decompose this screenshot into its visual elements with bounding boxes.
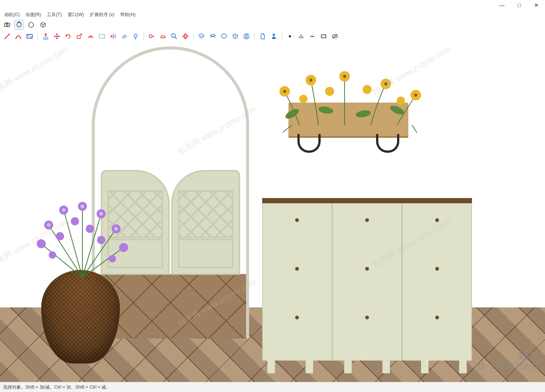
pushpull-tool[interactable]	[41, 31, 51, 41]
cabinet-col-2	[332, 203, 402, 361]
shelf-bracket-right	[376, 134, 399, 153]
svg-line-32	[82, 247, 124, 277]
person-tool[interactable]	[269, 31, 279, 41]
svg-point-42	[71, 217, 79, 225]
mirror-tool[interactable]	[108, 31, 118, 41]
rectangle-tool[interactable]	[25, 31, 34, 41]
gate-panel	[178, 239, 233, 268]
svg-point-60	[325, 87, 334, 96]
svg-point-49	[99, 212, 103, 216]
menu-window[interactable]: 窗口(W)	[65, 11, 87, 19]
svg-line-30	[82, 229, 116, 277]
layers-tool[interactable]	[197, 31, 206, 41]
close-button[interactable]: ✕	[528, 0, 545, 10]
svg-point-51	[284, 107, 300, 121]
protractor-tool[interactable]	[158, 31, 168, 41]
shelf-bracket-left	[297, 134, 321, 153]
viewport[interactable]: 知末网 www.znzmo.com 知末网 www.znzmo.com 知末网 …	[0, 43, 545, 382]
minimize-button[interactable]: —	[493, 0, 511, 10]
paint-tool[interactable]	[131, 31, 140, 41]
cabinet-col-1	[262, 203, 332, 361]
line-tool[interactable]	[2, 31, 12, 41]
svg-point-11	[149, 35, 152, 38]
watermark-corner: 知末 ID: 1179435857	[476, 350, 540, 371]
svg-line-7	[27, 34, 32, 38]
tri-tool[interactable]	[296, 31, 306, 41]
svg-point-65	[309, 79, 312, 82]
gate-right	[171, 170, 240, 275]
menu-tools[interactable]: 工具(T)	[44, 11, 64, 19]
toolbar-separator	[143, 33, 144, 40]
tag-alt-tool[interactable]	[230, 31, 240, 41]
svg-point-66	[343, 75, 346, 78]
camera-icon[interactable]	[2, 20, 12, 30]
eraser-tool[interactable]	[119, 31, 129, 41]
toolbar-separator	[254, 33, 255, 40]
svg-point-44	[49, 251, 56, 259]
toolbar-separator	[282, 33, 282, 40]
select-rect-tool[interactable]	[97, 31, 107, 41]
box-icon[interactable]	[38, 20, 48, 30]
zoom-tool[interactable]	[169, 31, 179, 41]
svg-point-38	[37, 239, 46, 248]
svg-rect-8	[77, 36, 80, 39]
watermark-id-value: 1179435857	[490, 362, 540, 371]
svg-point-14	[172, 34, 175, 37]
yellow-flowers	[270, 69, 427, 133]
svg-point-3	[17, 22, 21, 27]
shape-icon[interactable]	[26, 20, 36, 30]
cabinet-col-3	[402, 203, 472, 361]
svg-rect-2	[6, 22, 7, 24]
svg-line-29	[82, 214, 101, 277]
tape-tool[interactable]	[147, 31, 157, 41]
menubar: 相机(C) 绘图(R) 工具(T) 窗口(W) 扩展程序 (x) 帮助(H)	[0, 10, 545, 19]
svg-point-68	[414, 94, 417, 97]
svg-point-46	[47, 223, 51, 227]
arc-tool[interactable]	[13, 31, 23, 41]
svg-line-31	[41, 244, 82, 277]
maximize-button[interactable]: □	[511, 0, 528, 10]
svg-rect-23	[321, 35, 326, 38]
move-tool[interactable]	[52, 31, 62, 41]
svg-point-63	[397, 97, 405, 105]
scale-tool[interactable]	[75, 31, 84, 41]
orbit-icon[interactable]	[14, 20, 24, 30]
secondary-toolbar	[0, 19, 545, 30]
offset-tool[interactable]	[86, 31, 96, 41]
menu-draw[interactable]: 绘图(R)	[23, 11, 44, 19]
svg-point-20	[273, 34, 275, 36]
rotate-tool[interactable]	[63, 31, 73, 41]
svg-rect-10	[122, 35, 127, 39]
section-tool[interactable]	[208, 31, 218, 41]
main-toolbar	[0, 30, 545, 43]
svg-point-61	[363, 85, 372, 94]
window-controls: — □ ✕	[493, 0, 545, 10]
svg-point-39	[119, 243, 128, 252]
purple-flowers	[26, 195, 139, 277]
gate-lattice	[178, 190, 233, 238]
menu-extensions[interactable]: 扩展程序 (x)	[87, 11, 117, 19]
hidden-tool[interactable]	[330, 31, 340, 41]
menu-help[interactable]: 帮助(H)	[117, 11, 139, 19]
tag-tool[interactable]	[219, 31, 229, 41]
svg-point-62	[299, 95, 308, 103]
svg-point-17	[184, 34, 187, 39]
orbit-tool[interactable]	[181, 31, 190, 41]
dot-tool[interactable]	[285, 31, 295, 41]
doc-tool[interactable]	[258, 31, 267, 41]
watermark-diag: 知末网 www.znzmo.com	[0, 44, 71, 98]
wicker-basket-planter	[41, 270, 120, 364]
status-text: 选择对象。Shift = 加/减。Ctrl = 加。Shift + Ctrl =…	[3, 384, 110, 391]
menu-camera[interactable]: 相机(C)	[1, 11, 23, 19]
rect-outline-tool[interactable]	[319, 31, 328, 41]
svg-line-15	[175, 37, 177, 39]
svg-point-41	[97, 236, 105, 244]
svg-point-52	[318, 106, 334, 115]
statusbar: 选择对象。Shift = 加/减。Ctrl = 加。Shift + Ctrl =…	[0, 382, 545, 392]
three-door-cabinet	[262, 198, 472, 361]
short-line-tool[interactable]	[308, 31, 317, 41]
svg-point-67	[384, 82, 387, 85]
user-circle-tool[interactable]	[242, 31, 251, 41]
svg-marker-4	[29, 22, 33, 28]
svg-point-40	[56, 232, 64, 240]
